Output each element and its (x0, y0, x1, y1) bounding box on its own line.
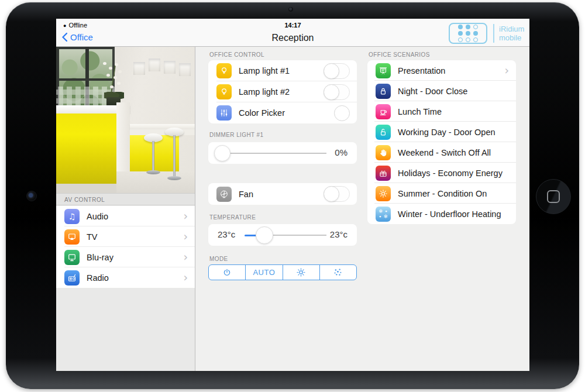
snow-icon (333, 267, 343, 277)
logo-wordmark: iRidium mobile (499, 25, 524, 42)
chevron-right-icon: › (183, 252, 188, 263)
temperature-slider-track[interactable] (264, 235, 326, 236)
chevron-right-icon: › (183, 231, 188, 242)
office-control-header: OFFICE CONTROL (209, 51, 264, 58)
fan-toggle[interactable] (324, 186, 350, 202)
chevron-right-icon: › (504, 65, 509, 76)
dimmer-slider-track[interactable] (222, 153, 326, 154)
mode-header: MODE (209, 256, 228, 262)
front-camera-top (288, 7, 293, 12)
bar-stool (144, 133, 163, 176)
presentation-screen-icon (376, 63, 391, 78)
chevron-right-icon: › (183, 272, 188, 283)
snowflakes-icon: ❄ ∙∙ ❄ (376, 207, 391, 222)
hand-icon (376, 145, 391, 160)
office-scenarios-card: Presentation › Night - Door Close (367, 60, 516, 224)
office-scenarios-header: OFFICE SCENARIOS (369, 51, 430, 58)
list-item-radio[interactable]: Radio › (56, 267, 195, 288)
music-notes-icon: ♫ (64, 209, 80, 224)
main-panel: OFFICE CONTROL Lamp light #1 (195, 47, 529, 371)
screenshot-stage: ●Offline 14:17 Office Reception (0, 0, 585, 392)
list-item-tv[interactable]: TV › (56, 226, 195, 247)
logo-line2: mobile (499, 33, 524, 42)
scenario-holidays-economy[interactable]: Holidays - Economy Energy (367, 163, 516, 183)
sun-icon (376, 186, 391, 201)
lamp-bulb-icon (216, 84, 232, 99)
temperature-slider-thumb[interactable] (256, 226, 273, 244)
fan-icon (216, 187, 232, 202)
fan-card: Fan (208, 183, 357, 205)
iridium-logo-dots-icon (449, 23, 487, 44)
sidebar: AV CONTROL ♫ Audio › TV › (56, 47, 195, 371)
lock-open-icon (376, 125, 391, 140)
ipad-frame: ●Offline 14:17 Office Reception (6, 2, 579, 389)
office-control-card: Lamp light #1 Lamp light #2 (208, 60, 357, 123)
sun-icon (296, 267, 306, 277)
scenario-winter-heating[interactable]: ❄ ∙∙ ❄ Winter - Underfloor Heating (367, 204, 516, 224)
mode-cool-button[interactable] (319, 265, 356, 280)
dimmer-value: 0% (335, 147, 347, 157)
dimmer-slider-thumb[interactable] (214, 145, 230, 161)
app-screen: ●Offline 14:17 Office Reception (56, 19, 529, 371)
av-control-header: AV CONTROL (56, 193, 195, 205)
scenario-working-day-door-open[interactable]: Working Day - Door Open (367, 122, 516, 142)
iridium-logo: iRidium mobile (449, 23, 524, 44)
monitor-icon (64, 250, 80, 265)
mode-heat-button[interactable] (283, 265, 319, 280)
mode-segmented-control: AUTO (208, 264, 357, 280)
color-picker-button[interactable] (334, 105, 350, 121)
radio-icon (64, 270, 80, 286)
top-bar: ●Offline 14:17 Office Reception (56, 19, 529, 47)
logo-divider (493, 24, 494, 43)
dimmer-header: DIMMER LIGHT #1 (209, 132, 264, 138)
temperature-header: TEMPERATURE (209, 214, 256, 221)
home-button[interactable] (536, 179, 571, 214)
scenario-summer-condition[interactable]: Summer - Condition On (367, 183, 516, 204)
av-control-list: ♫ Audio › TV › (56, 206, 195, 288)
control-row-color-picker: Color Picker (208, 102, 357, 123)
list-item-bluray[interactable]: Blu-ray › (56, 247, 195, 267)
scenario-lunch-time[interactable]: Lunch Time (367, 101, 516, 122)
scenario-night-door-close[interactable]: Night - Door Close (367, 81, 516, 101)
power-icon (222, 268, 232, 277)
mode-auto-button[interactable]: AUTO (245, 265, 282, 280)
coffee-cup-icon (376, 104, 391, 119)
gift-icon (376, 166, 391, 181)
front-camera-side (26, 191, 37, 201)
scenario-presentation[interactable]: Presentation › (367, 60, 516, 81)
chevron-right-icon: › (183, 211, 188, 222)
mode-power-button[interactable] (209, 265, 245, 280)
temperature-card: 23°c 23°c (208, 224, 357, 246)
control-row-lamp2: Lamp light #2 (208, 81, 357, 102)
color-sliders-icon (216, 105, 232, 121)
lock-closed-icon (376, 84, 391, 99)
list-item-audio[interactable]: ♫ Audio › (56, 206, 195, 226)
tv-airplay-icon (64, 229, 80, 245)
logo-line1: iRidium (499, 25, 524, 33)
control-row-fan: Fan (208, 183, 357, 205)
lamp1-toggle[interactable] (324, 63, 350, 79)
lamp-bulb-icon (216, 63, 232, 78)
office-reception-photo (56, 47, 195, 193)
bar-stool (165, 128, 184, 181)
scenario-weekend-switch-off[interactable]: Weekend - Switch Off All (367, 142, 516, 163)
temperature-setpoint-value: 23°c (330, 229, 347, 239)
control-row-lamp1: Lamp light #1 (208, 60, 357, 81)
lamp2-toggle[interactable] (324, 84, 350, 100)
home-button-square-icon (547, 190, 560, 203)
temperature-current-value: 23°c (218, 229, 235, 239)
dimmer-card: 0% (208, 142, 357, 164)
